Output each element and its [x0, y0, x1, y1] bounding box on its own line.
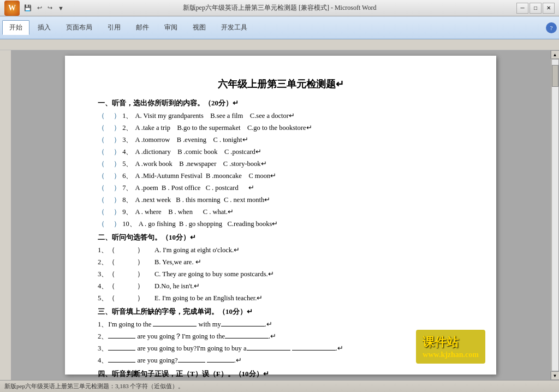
q5-optB: B .newspaper	[179, 158, 223, 169]
window-controls: ─ □ ✕	[516, 3, 555, 14]
table-row: （ ） 5、 A .work book B .newspaper C .stor…	[98, 158, 463, 169]
table-row: （ ） 3、 A .tomorrow B .evening C . tonigh…	[98, 134, 463, 145]
q1-paren-open: （	[98, 110, 105, 121]
table-row: 4、 are you going? .↵	[98, 355, 463, 366]
q7-optA: A .poem	[135, 182, 162, 193]
document-container: 六年级上册第三单元检测题↵ 一、听音，选出你所听到的内容。（20分）↵ （ ） …	[11, 50, 550, 380]
undo-quick-btn[interactable]: ↩	[35, 3, 44, 13]
table-row: 5、（ ） E. I'm going to be an English teac…	[98, 293, 463, 304]
q9-optA: A . where	[135, 206, 168, 217]
tab-start[interactable]: 开始	[2, 20, 29, 35]
tab-mail[interactable]: 邮件	[129, 20, 156, 35]
document-page: 六年级上册第三单元检测题↵ 一、听音，选出你所听到的内容。（20分）↵ （ ） …	[65, 56, 496, 375]
table-row: （ ） 8、 A .next week B . this morning C .…	[98, 194, 463, 205]
q7-optC: C . postcard ↵	[206, 182, 255, 193]
q9-optB: B . when	[168, 206, 203, 217]
table-row: （ ） 4、 A .dictionary B .comic book C .po…	[98, 146, 463, 157]
q1-paren-close: ）	[114, 110, 121, 121]
q9-optC: C . what.↵	[203, 206, 234, 217]
office-logo: W	[4, 1, 20, 16]
document-title: 六年级上册第三单元检测题↵	[98, 78, 463, 91]
tab-view[interactable]: 视图	[186, 20, 213, 35]
scroll-track[interactable]	[551, 59, 559, 371]
scroll-thumb[interactable]	[552, 65, 558, 87]
ribbon: 开始 插入 页面布局 引用 邮件 审阅 视图 开发工具 ?	[0, 16, 559, 39]
status-text: 新版pep六年级英语上册第三单元检测题：3,183 个字符（近似值）。	[4, 382, 184, 390]
s2q2: B. Yes,we are. ↵	[154, 257, 201, 268]
table-row: （ ） 9、 A . where B . when C . what.↵	[98, 206, 463, 217]
save-quick-btn[interactable]: 💾	[22, 3, 34, 13]
section3-header: 三、听音填上所缺的字母，完成单词。（10分）↵	[98, 307, 463, 317]
q2-optA: A .take a trip	[135, 122, 177, 133]
q6-optB: B .mooncake	[206, 170, 248, 181]
tab-references[interactable]: 引用	[100, 20, 128, 35]
q5-optA: A .work book	[135, 158, 179, 169]
tab-review[interactable]: 审阅	[157, 20, 185, 35]
table-row: 3、（ ） C. They are going to buy some post…	[98, 269, 463, 280]
section1-header: 一、听音，选出你所听到的内容。（20分）↵	[98, 98, 463, 108]
tab-page-layout[interactable]: 页面布局	[59, 20, 99, 35]
close-btn[interactable]: ✕	[543, 3, 555, 14]
q4-optB: B .comic book	[177, 146, 224, 157]
s2q3: C. They are going to buy some postcards.…	[154, 269, 274, 280]
status-bar: 新版pep六年级英语上册第三单元检测题：3,183 个字符（近似值）。	[0, 380, 559, 392]
table-row: （ ） 2、 A .take a trip B.go to the superm…	[98, 122, 463, 133]
q10-optC: C.reading books↵	[228, 218, 278, 229]
table-row: （ ） 7、 A .poem B . Post office C . postc…	[98, 182, 463, 193]
q1-paren-space	[105, 110, 114, 121]
main-area: 六年级上册第三单元检测题↵ 一、听音，选出你所听到的内容。（20分）↵ （ ） …	[0, 50, 559, 380]
q7-optB: B . Post office	[162, 182, 206, 193]
watermark-line2: www.kjzhan.com	[423, 351, 479, 359]
s3q2: 2、 are you going？I'm going to the.↵	[98, 331, 276, 342]
q5-optC: C .story-book↵	[223, 158, 267, 169]
table-row: （ ） 10、 A . go fishing B . go shopping C…	[98, 218, 463, 229]
q1-optA: A. Visit my grandparents	[135, 110, 210, 121]
table-row: 4、（ ） D.No, he isn't.↵	[98, 281, 463, 292]
table-row: 2、 are you going？I'm going to the.↵	[98, 331, 463, 342]
watermark: 课件站 www.kjzhan.com	[416, 330, 485, 364]
q10-optA: A . go fishing	[139, 218, 179, 229]
q6-optC: C moon↵	[248, 170, 276, 181]
q3-optC: C . tonight↵	[213, 134, 248, 145]
minimize-btn[interactable]: ─	[516, 3, 528, 14]
table-row: 3、 are you going to buy?I'm going to buy…	[98, 343, 463, 354]
s2q1: A. I'm going at eight o'clock.↵	[154, 245, 240, 256]
q1-optC: C.see a doctor↵	[250, 110, 295, 121]
title-bar-title: 新版pep六年级英语上册第三单元检测题 [兼容模式] - Microsoft W…	[183, 3, 377, 13]
table-row: 2、（ ） B. Yes,we are. ↵	[98, 257, 463, 268]
customize-quick-btn[interactable]: ▼	[56, 4, 66, 13]
s2q4: D.No, he isn't.↵	[154, 281, 200, 292]
s3q4: 4、 are you going? .↵	[98, 355, 242, 366]
q8-optC: C . next month↵	[224, 194, 270, 205]
s2q5: E. I'm going to be an English teacher.↵	[154, 293, 263, 304]
title-bar-left: W 💾 ↩ ↪ ▼	[4, 1, 66, 16]
section2-header: 二、听问句选答句。（10分）↵	[98, 233, 463, 242]
q1-num: 1、	[121, 110, 133, 121]
q10-optB: B . go shopping	[179, 218, 228, 229]
section4-header: 四、听音判断句子正误，正（T）误（F）。（10分）↵	[98, 369, 463, 379]
q6-optA: A .Mid-Autumn Festival	[135, 170, 206, 181]
table-row: 1、（ ） A. I'm going at eight o'clock.↵	[98, 245, 463, 256]
q2-optC: C.go to the bookstore↵	[247, 122, 312, 133]
vertical-scrollbar[interactable]: ▲ ▼	[550, 50, 559, 380]
q3-optB: B .evening	[177, 134, 213, 145]
tab-insert[interactable]: 插入	[31, 20, 58, 35]
maximize-btn[interactable]: □	[530, 3, 542, 14]
q1-optB: B.see a film	[210, 110, 250, 121]
table-row: （ ） 1、 A. Visit my grandparents B.see a …	[98, 110, 463, 121]
scroll-down-btn[interactable]: ▼	[551, 371, 560, 380]
ruler	[0, 39, 559, 50]
q2-optB: B.go to the supermaket	[177, 122, 247, 133]
quick-access-toolbar: 💾 ↩ ↪ ▼	[22, 3, 66, 13]
scroll-left-margin	[0, 50, 11, 380]
q4-optC: C .postcard↵	[224, 146, 261, 157]
s3q3: 3、 are you going to buy?I'm going to buy…	[98, 343, 343, 354]
help-icon[interactable]: ?	[546, 22, 557, 33]
title-bar: W 💾 ↩ ↪ ▼ 新版pep六年级英语上册第三单元检测题 [兼容模式] - M…	[0, 0, 559, 16]
redo-quick-btn[interactable]: ↪	[45, 3, 55, 13]
q4-optA: A .dictionary	[135, 146, 177, 157]
q8-optB: B . this morning	[176, 194, 224, 205]
q3-optA: A .tomorrow	[135, 134, 176, 145]
scroll-up-btn[interactable]: ▲	[551, 50, 560, 59]
tab-developer[interactable]: 开发工具	[214, 20, 254, 35]
